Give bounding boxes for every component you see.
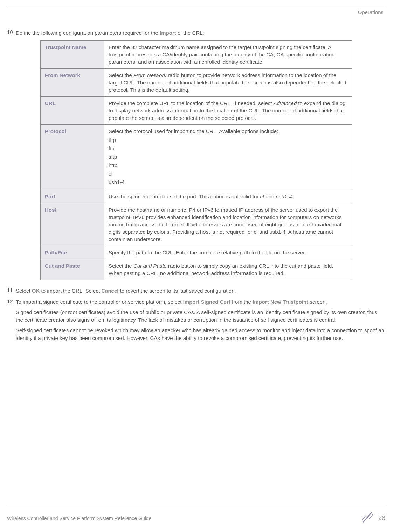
protocol-item: tftp (109, 136, 347, 144)
protocol-item: ftp (109, 145, 347, 152)
text: to import the CRL. Select (40, 288, 101, 294)
step-text: Select OK to import the CRL. Select Canc… (16, 287, 385, 295)
text: Select the protocol used for importing t… (109, 128, 278, 134)
param-desc: Select the protocol used for importing t… (104, 124, 352, 190)
table-row: URL Provide the complete URL to the loca… (41, 96, 352, 124)
page-number: 28 (378, 514, 385, 522)
protocol-item: sftp (109, 153, 347, 161)
footer-guide-title: Wireless Controller and Service Platform… (7, 516, 151, 521)
protocol-item: http (109, 162, 347, 169)
step-12: 12 To import a signed certificate to the… (7, 298, 385, 342)
param-label: Host (41, 203, 104, 246)
step-text: To import a signed certificate to the co… (16, 298, 385, 342)
svg-line-2 (369, 514, 373, 518)
protocol-item: usb1-4 (109, 178, 347, 186)
header-rule (7, 7, 385, 7)
page-footer: Wireless Controller and Service Platform… (7, 507, 385, 526)
paragraph: Self-signed certificates cannot be revok… (16, 327, 385, 342)
protocol-list: tftp ftp sftp http cf usb1-4 (109, 136, 347, 186)
table-row: Path/File Specify the path to the CRL. E… (41, 246, 352, 259)
svg-line-1 (362, 516, 366, 520)
text: Use the spinner control to set the port.… (109, 193, 260, 199)
text: . (292, 193, 293, 199)
paragraph: Signed certificates (or root certificate… (16, 308, 385, 324)
table-row: Cut and Paste Select the Cut and Paste r… (41, 259, 352, 280)
text: and (264, 193, 276, 199)
param-desc: Select the From Network radio button to … (104, 68, 352, 96)
param-desc: Enter the 32 character maximum name assi… (104, 40, 352, 68)
param-label: From Network (41, 68, 104, 96)
step-number: 10 (7, 29, 16, 37)
step-text: Define the following configuration param… (16, 29, 385, 37)
text: to revert the screen to its last saved c… (118, 288, 236, 294)
param-label: Cut and Paste (41, 259, 104, 280)
italic-text: From Network (133, 72, 166, 78)
bold-text: Cancel (101, 288, 118, 294)
text: of the CRL: (176, 30, 204, 36)
param-label: Protocol (41, 124, 104, 190)
italic-text: Advanced (274, 100, 297, 106)
footer-right: 28 (361, 511, 385, 526)
param-desc: Use the spinner control to set the port.… (104, 190, 352, 203)
text: from the (230, 299, 253, 305)
param-label: Trustpoint Name (41, 40, 104, 68)
text: Select the (109, 72, 133, 78)
text: Provide the complete URL to the location… (109, 100, 274, 106)
brand-slash-icon (361, 511, 374, 526)
italic-text: usb1-4 (276, 193, 292, 199)
protocol-item: cf (109, 170, 347, 177)
text: Select the (109, 263, 133, 269)
table-row: From Network Select the From Network rad… (41, 68, 352, 96)
param-desc: Select the Cut and Paste radio button to… (104, 259, 352, 280)
param-label: Path/File (41, 246, 104, 259)
bold-text: Import (160, 30, 176, 36)
step-11: 11 Select OK to import the CRL. Select C… (7, 287, 385, 295)
text: Select (16, 288, 32, 294)
step-number: 11 (7, 287, 16, 295)
text: To import a signed certificate to the co… (16, 299, 183, 305)
step-number: 12 (7, 298, 16, 342)
step-10: 10 Define the following configuration pa… (7, 29, 385, 37)
param-desc: Specify the path to the CRL. Enter the c… (104, 246, 352, 259)
param-desc: Provide the complete URL to the location… (104, 96, 352, 124)
bold-text: Import Signed Cert (183, 299, 230, 305)
table-row: Host Provide the hostname or numeric IP4… (41, 203, 352, 246)
table-row: Protocol Select the protocol used for im… (41, 124, 352, 190)
param-desc: Provide the hostname or numeric IP4 or I… (104, 203, 352, 246)
table-row: Trustpoint Name Enter the 32 character m… (41, 40, 352, 68)
param-label: URL (41, 96, 104, 124)
text: screen. (308, 299, 327, 305)
italic-text: cf (260, 193, 264, 199)
text: Define the following configuration param… (16, 30, 160, 36)
bold-text: OK (32, 288, 40, 294)
table-row: Port Use the spinner control to set the … (41, 190, 352, 203)
bold-text: Import New Trustpoint (253, 299, 308, 305)
param-label: Port (41, 190, 104, 203)
italic-text: Cut and Paste (133, 263, 167, 269)
parameter-table: Trustpoint Name Enter the 32 character m… (40, 40, 352, 280)
header-section-label: Operations (7, 9, 385, 15)
